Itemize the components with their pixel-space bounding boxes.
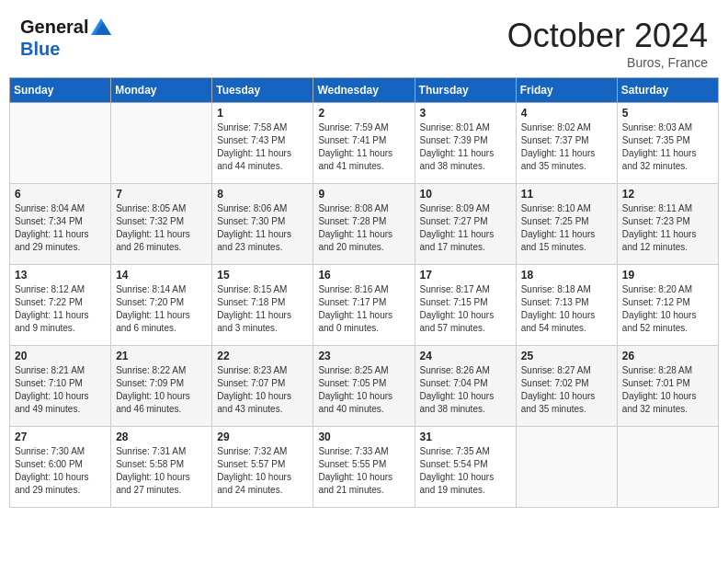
logo-icon	[91, 18, 111, 35]
calendar-cell: 6Sunrise: 8:04 AMSunset: 7:34 PMDaylight…	[10, 184, 111, 265]
calendar-cell: 14Sunrise: 8:14 AMSunset: 7:20 PMDayligh…	[111, 265, 212, 346]
calendar-cell: 30Sunrise: 7:33 AMSunset: 5:55 PMDayligh…	[313, 427, 415, 508]
cell-content: Sunrise: 8:01 AMSunset: 7:39 PMDaylight:…	[420, 121, 511, 173]
day-number: 30	[318, 431, 409, 443]
logo-text: General	[20, 17, 111, 39]
day-number: 10	[420, 188, 511, 201]
day-number: 1	[217, 107, 308, 120]
day-number: 14	[116, 269, 207, 282]
title-block: October 2024 Buros, France	[507, 17, 708, 70]
calendar-week-3: 13Sunrise: 8:12 AMSunset: 7:22 PMDayligh…	[10, 265, 719, 346]
day-number: 8	[217, 188, 308, 201]
cell-content: Sunrise: 7:35 AMSunset: 5:54 PMDaylight:…	[420, 445, 511, 497]
day-number: 9	[318, 188, 409, 201]
cell-content: Sunrise: 8:28 AMSunset: 7:01 PMDaylight:…	[622, 364, 713, 416]
calendar-header-row: SundayMondayTuesdayWednesdayThursdayFrid…	[10, 78, 719, 103]
calendar-cell: 23Sunrise: 8:25 AMSunset: 7:05 PMDayligh…	[313, 346, 415, 427]
calendar-cell: 18Sunrise: 8:18 AMSunset: 7:13 PMDayligh…	[516, 265, 617, 346]
day-number: 25	[521, 350, 612, 362]
calendar-cell: 17Sunrise: 8:17 AMSunset: 7:15 PMDayligh…	[415, 265, 516, 346]
calendar-cell: 24Sunrise: 8:26 AMSunset: 7:04 PMDayligh…	[415, 346, 516, 427]
calendar-cell: 28Sunrise: 7:31 AMSunset: 5:58 PMDayligh…	[111, 427, 212, 508]
calendar-cell: 29Sunrise: 7:32 AMSunset: 5:57 PMDayligh…	[212, 427, 313, 508]
cell-content: Sunrise: 8:20 AMSunset: 7:12 PMDaylight:…	[622, 283, 713, 335]
cell-content: Sunrise: 8:21 AMSunset: 7:10 PMDaylight:…	[15, 364, 106, 416]
calendar-week-5: 27Sunrise: 7:30 AMSunset: 6:00 PMDayligh…	[10, 427, 719, 508]
cell-content: Sunrise: 8:25 AMSunset: 7:05 PMDaylight:…	[318, 364, 409, 416]
cell-content: Sunrise: 8:26 AMSunset: 7:04 PMDaylight:…	[420, 364, 511, 416]
calendar-cell: 25Sunrise: 8:27 AMSunset: 7:02 PMDayligh…	[516, 346, 617, 427]
calendar-cell: 26Sunrise: 8:28 AMSunset: 7:01 PMDayligh…	[617, 346, 718, 427]
calendar-cell: 10Sunrise: 8:09 AMSunset: 7:27 PMDayligh…	[415, 184, 516, 265]
calendar-cell: 5Sunrise: 8:03 AMSunset: 7:35 PMDaylight…	[617, 103, 718, 184]
cell-content: Sunrise: 7:33 AMSunset: 5:55 PMDaylight:…	[318, 445, 409, 497]
calendar-cell	[111, 103, 212, 184]
day-number: 29	[217, 431, 308, 443]
day-number: 11	[521, 188, 612, 201]
calendar-cell: 4Sunrise: 8:02 AMSunset: 7:37 PMDaylight…	[516, 103, 617, 184]
calendar-cell: 16Sunrise: 8:16 AMSunset: 7:17 PMDayligh…	[313, 265, 415, 346]
cell-content: Sunrise: 8:03 AMSunset: 7:35 PMDaylight:…	[622, 121, 713, 173]
day-number: 22	[217, 350, 308, 362]
cell-content: Sunrise: 8:16 AMSunset: 7:17 PMDaylight:…	[318, 283, 409, 335]
day-header-wednesday: Wednesday	[313, 78, 415, 103]
month-title: October 2024	[507, 17, 708, 55]
cell-content: Sunrise: 8:08 AMSunset: 7:28 PMDaylight:…	[318, 202, 409, 254]
cell-content: Sunrise: 8:18 AMSunset: 7:13 PMDaylight:…	[521, 283, 612, 335]
calendar-cell: 3Sunrise: 8:01 AMSunset: 7:39 PMDaylight…	[415, 103, 516, 184]
cell-content: Sunrise: 8:05 AMSunset: 7:32 PMDaylight:…	[116, 202, 207, 254]
calendar-body: 1Sunrise: 7:58 AMSunset: 7:43 PMDaylight…	[10, 103, 719, 508]
day-number: 5	[622, 107, 713, 120]
day-header-saturday: Saturday	[617, 78, 718, 103]
calendar-cell: 9Sunrise: 8:08 AMSunset: 7:28 PMDaylight…	[313, 184, 415, 265]
calendar-cell: 2Sunrise: 7:59 AMSunset: 7:41 PMDaylight…	[313, 103, 415, 184]
day-number: 13	[15, 269, 106, 282]
cell-content: Sunrise: 8:15 AMSunset: 7:18 PMDaylight:…	[217, 283, 308, 335]
cell-content: Sunrise: 7:30 AMSunset: 6:00 PMDaylight:…	[15, 445, 106, 497]
day-header-friday: Friday	[516, 78, 617, 103]
calendar-cell: 20Sunrise: 8:21 AMSunset: 7:10 PMDayligh…	[10, 346, 111, 427]
day-header-tuesday: Tuesday	[212, 78, 313, 103]
day-number: 3	[420, 107, 511, 120]
cell-content: Sunrise: 7:31 AMSunset: 5:58 PMDaylight:…	[116, 445, 207, 497]
location: Buros, France	[507, 55, 708, 70]
cell-content: Sunrise: 8:04 AMSunset: 7:34 PMDaylight:…	[15, 202, 106, 254]
cell-content: Sunrise: 8:02 AMSunset: 7:37 PMDaylight:…	[521, 121, 612, 173]
calendar-cell: 19Sunrise: 8:20 AMSunset: 7:12 PMDayligh…	[617, 265, 718, 346]
calendar-cell: 1Sunrise: 7:58 AMSunset: 7:43 PMDaylight…	[212, 103, 313, 184]
cell-content: Sunrise: 8:27 AMSunset: 7:02 PMDaylight:…	[521, 364, 612, 416]
day-header-monday: Monday	[111, 78, 212, 103]
logo: General Blue	[20, 17, 111, 59]
day-number: 15	[217, 269, 308, 282]
day-number: 7	[116, 188, 207, 201]
calendar-cell: 15Sunrise: 8:15 AMSunset: 7:18 PMDayligh…	[212, 265, 313, 346]
day-number: 28	[116, 431, 207, 443]
day-header-thursday: Thursday	[415, 78, 516, 103]
day-header-sunday: Sunday	[10, 78, 111, 103]
day-number: 31	[420, 431, 511, 443]
calendar-cell: 7Sunrise: 8:05 AMSunset: 7:32 PMDaylight…	[111, 184, 212, 265]
calendar-cell	[10, 103, 111, 184]
calendar-week-4: 20Sunrise: 8:21 AMSunset: 7:10 PMDayligh…	[10, 346, 719, 427]
calendar-cell	[617, 427, 718, 508]
page-header: General Blue October 2024 Buros, France	[9, 9, 719, 74]
day-number: 27	[15, 431, 106, 443]
calendar-cell	[516, 427, 617, 508]
day-number: 12	[622, 188, 713, 201]
cell-content: Sunrise: 7:58 AMSunset: 7:43 PMDaylight:…	[217, 121, 308, 173]
calendar-cell: 22Sunrise: 8:23 AMSunset: 7:07 PMDayligh…	[212, 346, 313, 427]
logo-blue: Blue	[20, 39, 111, 59]
day-number: 4	[521, 107, 612, 120]
cell-content: Sunrise: 8:23 AMSunset: 7:07 PMDaylight:…	[217, 364, 308, 416]
day-number: 24	[420, 350, 511, 362]
day-number: 16	[318, 269, 409, 282]
cell-content: Sunrise: 8:22 AMSunset: 7:09 PMDaylight:…	[116, 364, 207, 416]
cell-content: Sunrise: 7:59 AMSunset: 7:41 PMDaylight:…	[318, 121, 409, 173]
cell-content: Sunrise: 8:06 AMSunset: 7:30 PMDaylight:…	[217, 202, 308, 254]
cell-content: Sunrise: 8:09 AMSunset: 7:27 PMDaylight:…	[420, 202, 511, 254]
day-number: 2	[318, 107, 409, 120]
cell-content: Sunrise: 8:17 AMSunset: 7:15 PMDaylight:…	[420, 283, 511, 335]
calendar-cell: 27Sunrise: 7:30 AMSunset: 6:00 PMDayligh…	[10, 427, 111, 508]
day-number: 6	[15, 188, 106, 201]
day-number: 21	[116, 350, 207, 362]
